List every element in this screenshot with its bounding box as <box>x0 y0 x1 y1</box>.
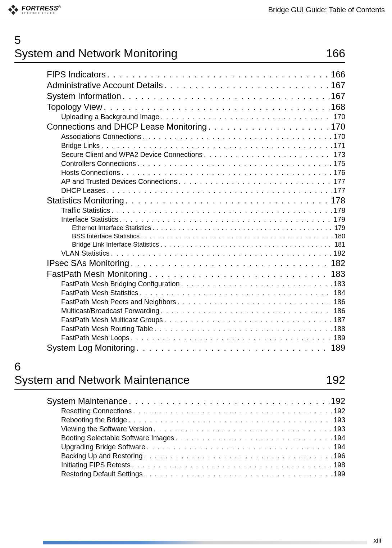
toc-leader-dots <box>137 160 332 168</box>
toc-entry-page: 178 <box>331 196 345 206</box>
toc-leader-dots <box>181 280 332 288</box>
chapter-page: 192 <box>326 373 345 387</box>
toc-entry[interactable]: System Information167 <box>47 91 345 101</box>
toc-entry[interactable]: Connections and DHCP Lease Monitoring170 <box>47 122 345 132</box>
toc-entry[interactable]: BSS Interface Statistics180 <box>72 233 345 240</box>
toc-entry-label: FastPath Mesh Bridging Configuration <box>61 280 180 288</box>
toc-entry[interactable]: System Maintenance192 <box>47 396 345 406</box>
toc-entry[interactable]: Bridge Links171 <box>61 142 345 150</box>
toc-leader-dots <box>152 224 333 232</box>
toc-leader-dots <box>126 196 329 206</box>
toc-entry[interactable]: System Log Monitoring189 <box>47 343 345 353</box>
toc-entry-page: 173 <box>333 151 345 159</box>
toc-leader-dots <box>164 316 332 324</box>
toc-entry-label: AP and Trusted Devices Connections <box>61 178 177 186</box>
toc-entry[interactable]: FastPath Mesh Bridging Configuration183 <box>61 280 345 288</box>
toc-entry-page: 175 <box>333 160 345 168</box>
toc-leader-dots <box>112 206 332 215</box>
toc-entry-label: Upgrading Bridge Software <box>61 443 145 451</box>
toc-leader-dots <box>141 233 333 240</box>
toc-entry-label: Topology View <box>47 102 102 112</box>
toc-entry[interactable]: Hosts Connections176 <box>61 169 345 177</box>
toc-entry[interactable]: Traffic Statistics178 <box>61 206 345 215</box>
toc-entry-label: FastPath Mesh Monitoring <box>47 269 147 279</box>
toc-entry[interactable]: Interface Statistics179 <box>61 215 345 224</box>
toc-entry-label: FastPath Mesh Multicast Groups <box>61 316 163 324</box>
toc-entry[interactable]: Viewing the Software Version193 <box>61 425 345 433</box>
toc-leader-dots <box>176 434 332 442</box>
toc-entry-page: 168 <box>331 102 345 112</box>
svg-rect-0 <box>11 5 15 9</box>
toc-entry-label: Interface Statistics <box>61 215 118 224</box>
toc-entry[interactable]: DHCP Leases177 <box>61 187 345 195</box>
toc-leader-dots <box>107 69 329 80</box>
toc-entry[interactable]: FastPath Mesh Routing Table188 <box>61 325 345 333</box>
toc-entry-page: 171 <box>333 142 345 150</box>
toc-entry-page: 167 <box>331 91 345 101</box>
toc-entry-label: Initiating FIPS Retests <box>61 461 131 469</box>
logo-sub-text: TECHNOLOGIES <box>22 12 61 15</box>
toc-entry-page: 183 <box>331 269 345 279</box>
toc-entry-page: 170 <box>333 113 345 121</box>
toc-entry[interactable]: Bridge Link Interface Statistics181 <box>72 241 345 248</box>
toc-leader-dots <box>120 215 332 224</box>
toc-entry-page: 180 <box>334 233 345 240</box>
toc-entry[interactable]: Upgrading Bridge Software194 <box>61 443 345 451</box>
toc-entry[interactable]: Backing Up and Restoring196 <box>61 452 345 460</box>
toc-leader-dots <box>129 396 329 406</box>
toc-entry[interactable]: Uploading a Background Image170 <box>61 113 345 121</box>
chapter-number: 6 <box>14 360 345 373</box>
toc-entry-label: Bridge Links <box>61 142 100 150</box>
toc-entry[interactable]: Administrative Account Details167 <box>47 80 345 90</box>
toc-entry-page: 192 <box>333 407 345 415</box>
toc-leader-dots <box>123 91 329 101</box>
toc-entry-label: FastPath Mesh Statistics <box>61 289 138 297</box>
toc-leader-dots <box>179 178 332 186</box>
toc-leader-dots <box>204 151 332 159</box>
toc-leader-dots <box>154 425 332 433</box>
chapter-page: 166 <box>326 47 345 60</box>
toc-leader-dots <box>132 461 332 469</box>
toc-entry[interactable]: Rebooting the Bridge193 <box>61 416 345 424</box>
toc-entry-label: FIPS Indicators <box>47 69 106 80</box>
toc-entry[interactable]: Initiating FIPS Retests198 <box>61 461 345 469</box>
toc-entry-label: System Log Monitoring <box>47 343 135 353</box>
toc-entry[interactable]: Restoring Default Settings199 <box>61 470 345 478</box>
toc-entry[interactable]: IPsec SAs Monitoring182 <box>47 258 345 268</box>
toc-entry-page: 178 <box>333 206 345 215</box>
toc-entry[interactable]: Secure Client and WPA2 Device Connection… <box>61 151 345 159</box>
toc-entry[interactable]: VLAN Statistics182 <box>61 249 345 257</box>
toc-leader-dots <box>140 289 332 297</box>
toc-entry-page: 194 <box>333 443 345 451</box>
svg-rect-2 <box>8 8 12 12</box>
toc-leader-dots <box>144 452 332 460</box>
toc-leader-dots <box>131 334 332 342</box>
toc-leader-dots <box>164 80 329 90</box>
toc-content: 5System and Network Monitoring166FIPS In… <box>0 19 392 478</box>
toc-entry[interactable]: Topology View168 <box>47 102 345 112</box>
toc-entry-label: Connections and DHCP Lease Monitoring <box>47 122 207 132</box>
toc-entry[interactable]: FastPath Mesh Peers and Neighbors186 <box>61 298 345 306</box>
toc-entry[interactable]: FastPath Mesh Loops189 <box>61 334 345 342</box>
toc-entry[interactable]: FastPath Mesh Multicast Groups187 <box>61 316 345 324</box>
toc-entry-label: Multicast/Broadcast Forwarding <box>61 307 159 315</box>
toc-entry[interactable]: FastPath Mesh Monitoring183 <box>47 269 345 279</box>
toc-leader-dots <box>161 307 332 315</box>
page-footer: xiii <box>0 541 392 544</box>
toc-entry[interactable]: Multicast/Broadcast Forwarding186 <box>61 307 345 315</box>
toc-entry[interactable]: Booting Selectable Software Images194 <box>61 434 345 442</box>
toc-entry[interactable]: Resetting Connections192 <box>61 407 345 415</box>
toc-entry[interactable]: FIPS Indicators166 <box>47 69 345 80</box>
toc-entry[interactable]: Associations Connections170 <box>61 132 345 141</box>
toc-entry[interactable]: AP and Trusted Devices Connections177 <box>61 178 345 186</box>
toc-entry[interactable]: Statistics Monitoring178 <box>47 196 345 206</box>
toc-entry-label: BSS Interface Statistics <box>72 233 140 240</box>
toc-entry[interactable]: Controllers Connections175 <box>61 160 345 168</box>
toc-leader-dots <box>208 122 329 132</box>
chapter-heading-row: System and Network Monitoring166 <box>14 47 345 63</box>
toc-entry-label: Statistics Monitoring <box>47 196 124 206</box>
toc-entry[interactable]: FastPath Mesh Statistics184 <box>61 289 345 297</box>
toc-entry[interactable]: Ethernet Interface Statistics179 <box>72 224 345 232</box>
toc-leader-dots <box>133 407 332 415</box>
toc-leader-dots <box>128 416 332 424</box>
